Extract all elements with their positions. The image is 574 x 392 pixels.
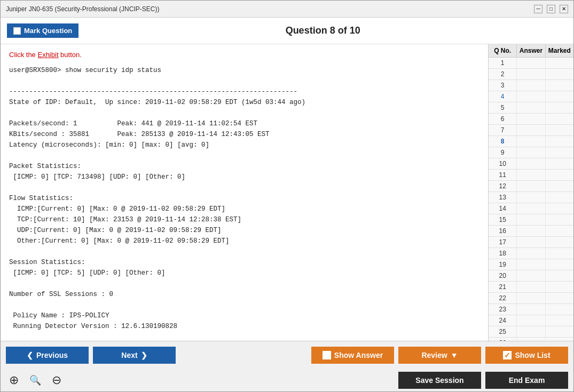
show-list-label: Show List [515,351,550,359]
sidebar-cell-marked [546,91,573,102]
question-title: Question 8 of 10 [78,25,567,36]
sidebar-row[interactable]: 13 [489,192,573,203]
zoom-out-button[interactable]: ⊖ [49,372,65,388]
sidebar-cell-marked [546,181,573,191]
save-session-label: Save Session [415,376,463,385]
sidebar-cell-qno: 10 [489,158,517,169]
app-window: Juniper JN0-635 (Security-Professional (… [0,0,574,392]
sidebar-cell-marked [546,69,573,79]
sidebar-cell-answer [517,282,545,292]
previous-label: Previous [36,351,68,359]
sidebar-cell-qno: 5 [489,102,517,113]
show-answer-button[interactable]: Show Answer [311,347,394,364]
sidebar-row[interactable]: 21 [489,282,573,293]
exhibit-link[interactable]: Exhibit [37,51,58,59]
sidebar-cell-answer [517,125,545,135]
toolbar: Mark Question Question 8 of 10 [1,18,573,44]
sidebar-row[interactable]: 24 [489,315,573,326]
sidebar-row[interactable]: 16 [489,226,573,237]
mark-question-label: Mark Question [24,27,72,35]
review-arrow-icon: ▼ [451,351,458,359]
maximize-button[interactable]: □ [547,5,555,13]
sidebar-cell-marked [546,136,573,147]
sidebar-row[interactable]: 2 [489,69,573,80]
sidebar-cell-answer [517,270,545,281]
save-session-button[interactable]: Save Session [398,372,481,389]
sidebar-cell-qno: 20 [489,270,517,281]
sidebar-row[interactable]: 12 [489,181,573,192]
sidebar-row[interactable]: 1 [489,58,573,69]
bottom-controls: ❮ Previous Next ❯ Show Answer Review ▼ ✓ [1,341,573,391]
sidebar-row[interactable]: 17 [489,237,573,248]
sidebar-cell-answer [517,91,545,102]
sidebar-row[interactable]: 5 [489,102,573,114]
sidebar-cell-answer [517,293,545,303]
show-answer-checkbox-icon [323,351,331,359]
sidebar-cell-qno: 24 [489,315,517,326]
sidebar-row[interactable]: 20 [489,270,573,282]
exhibit-instruction: Click the Exhibit button. [9,51,479,59]
sidebar-cell-marked [546,170,573,180]
sidebar-cell-qno: 11 [489,170,517,180]
sidebar-row[interactable]: 14 [489,203,573,214]
sidebar-cell-qno: 22 [489,293,517,303]
minimize-button[interactable]: ─ [534,5,542,13]
sidebar-row[interactable]: 7 [489,125,573,136]
sidebar-cell-answer [517,248,545,259]
sidebar-row[interactable]: 4 [489,91,573,102]
sidebar-cell-answer [517,102,545,113]
sidebar-row[interactable]: 3 [489,80,573,91]
sidebar-cell-qno: 23 [489,304,517,315]
sidebar-cell-qno: 3 [489,80,517,91]
sidebar-cell-marked [546,58,573,68]
sidebar-row[interactable]: 6 [489,114,573,125]
next-button[interactable]: Next ❯ [93,347,176,364]
sidebar-col-qno: Q No. [489,44,517,57]
sidebar-cell-answer [517,136,545,147]
sidebar-cell-marked [546,282,573,292]
sidebar-col-answer: Answer [517,44,545,57]
sidebar-cell-qno: 17 [489,237,517,247]
sidebar-row[interactable]: 19 [489,259,573,270]
title-bar: Juniper JN0-635 (Security-Professional (… [1,1,573,18]
review-button[interactable]: Review ▼ [398,347,481,364]
close-button[interactable]: ✕ [560,5,568,13]
sidebar-cell-qno: 13 [489,192,517,203]
show-answer-label: Show Answer [334,351,383,359]
sidebar-cell-answer [517,158,545,169]
sidebar-cell-qno: 6 [489,114,517,124]
show-list-button[interactable]: ✓ Show List [485,347,568,364]
end-exam-button[interactable]: End Exam [485,372,568,389]
sidebar-cell-answer [517,315,545,326]
sidebar-cell-qno: 18 [489,248,517,259]
sidebar-cell-qno: 2 [489,69,517,79]
mark-question-button[interactable]: Mark Question [7,23,78,38]
zoom-reset-button[interactable]: 🔍 [26,373,44,387]
sidebar-cell-marked [546,114,573,124]
sidebar-row[interactable]: 25 [489,326,573,338]
sidebar-cell-qno: 25 [489,326,517,337]
main-content: Click the Exhibit button. user@SRX5800> … [1,44,573,341]
sidebar-cell-marked [546,147,573,158]
sidebar-cell-marked [546,158,573,169]
sidebar-row[interactable]: 9 [489,147,573,158]
sidebar-cell-qno: 4 [489,91,517,102]
sidebar-row[interactable]: 8 [489,136,573,147]
sidebar-cell-marked [546,248,573,259]
sidebar-row[interactable]: 18 [489,248,573,259]
sidebar-cell-answer [517,304,545,315]
window-controls: ─ □ ✕ [534,5,568,13]
zoom-in-button[interactable]: ⊕ [6,372,22,388]
sidebar-row[interactable]: 22 [489,293,573,304]
previous-button[interactable]: ❮ Previous [6,347,89,364]
question-area: Click the Exhibit button. user@SRX5800> … [1,44,488,341]
nav-row: ❮ Previous Next ❯ Show Answer Review ▼ ✓ [1,341,573,369]
sidebar-list[interactable]: 1234567891011121314151617181920212223242… [489,58,573,341]
sidebar-cell-marked [546,237,573,247]
sidebar-row[interactable]: 23 [489,304,573,315]
sidebar-row[interactable]: 11 [489,170,573,181]
sidebar-row[interactable]: 10 [489,158,573,170]
sidebar-row[interactable]: 15 [489,214,573,226]
sidebar-cell-qno: 19 [489,259,517,270]
sidebar-cell-marked [546,125,573,135]
